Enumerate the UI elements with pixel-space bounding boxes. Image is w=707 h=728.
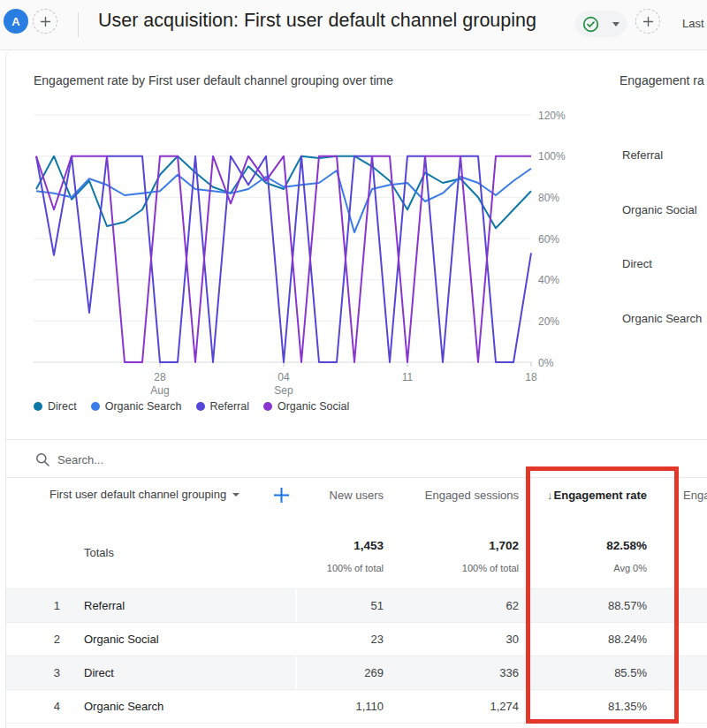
add-report-button[interactable] — [635, 9, 660, 34]
table-header-row: First user default channel grouping New … — [6, 478, 707, 519]
svg-text:Sep: Sep — [274, 384, 293, 397]
svg-text:Aug: Aug — [150, 384, 169, 397]
cell-engagement-rate: 81.35% — [519, 700, 647, 713]
table-bottom-border — [6, 723, 707, 724]
cell-engaged-sessions: 336 — [384, 666, 519, 679]
legend-dot — [263, 402, 272, 411]
totals-engaged-sessions: 1,702 — [384, 539, 519, 552]
svg-text:04: 04 — [277, 371, 290, 383]
avatar[interactable]: A — [4, 9, 28, 34]
row-index: 1 — [46, 599, 60, 612]
legend-label: Organic Social — [277, 400, 349, 413]
totals-row: Totals 1,453 100% of total 1,702 100% of… — [6, 519, 707, 588]
svg-text:60%: 60% — [538, 233, 559, 246]
totals-engaged-sessions-sub: 100% of total — [384, 563, 519, 573]
row-index: 4 — [46, 700, 60, 713]
plus-icon — [40, 16, 51, 27]
search-icon — [35, 452, 49, 466]
row-channel: Organic Social — [84, 633, 159, 646]
cell-engaged-sessions: 30 — [384, 633, 519, 646]
svg-text:80%: 80% — [538, 192, 559, 204]
legend-item: Organic Search — [91, 400, 182, 413]
totals-label: Totals — [84, 546, 114, 559]
row-channel: Referral — [84, 599, 125, 612]
totals-new-users: 1,453 — [295, 539, 384, 552]
bar-category-label: Organic Search — [622, 312, 702, 325]
totals-engagement-rate-sub: Avg 0% — [519, 563, 647, 573]
column-header-clipped[interactable]: Enga — [683, 489, 707, 502]
sort-descending-icon: ↓ — [547, 489, 553, 502]
row-index: 2 — [46, 633, 60, 646]
bar-category-label: Referral — [622, 148, 663, 162]
line-chart-title: Engagement rate by First user default ch… — [34, 73, 393, 87]
legend-item: Direct — [34, 400, 77, 413]
cell-engagement-rate: 88.24% — [519, 633, 647, 646]
analytics-report-page: A User acquisition: First user default c… — [0, 0, 707, 728]
table-row: 2 Organic Social 23 30 88.24% — [6, 622, 707, 656]
cell-new-users: 23 — [295, 633, 384, 646]
svg-text:20%: 20% — [538, 315, 559, 328]
legend-dot — [196, 402, 205, 411]
header-divider — [78, 12, 79, 37]
top-bar: A User acquisition: First user default c… — [0, 0, 707, 50]
legend-item: Organic Social — [263, 400, 349, 413]
bar-category-label: Direct — [622, 257, 652, 270]
plus-icon — [273, 487, 290, 504]
cell-engaged-sessions: 1,274 — [384, 700, 519, 713]
totals-engagement-rate: 82.58% — [519, 539, 647, 552]
date-range-selector[interactable]: Last — [682, 17, 704, 30]
svg-text:120%: 120% — [538, 110, 566, 122]
page-title: User acquisition: First user default cha… — [98, 10, 536, 32]
svg-text:28: 28 — [154, 371, 166, 383]
add-dimension-button[interactable] — [269, 482, 293, 507]
dimension-dropdown[interactable]: First user default channel grouping — [49, 488, 239, 501]
bar-category-label: Organic Social — [622, 203, 697, 216]
legend-item: Referral — [196, 400, 249, 413]
column-header-engaged-sessions[interactable]: Engaged sessions — [384, 489, 519, 502]
search-input[interactable] — [56, 448, 589, 471]
cell-new-users: 1,110 — [295, 700, 384, 713]
report-card: Engagement rate by First user default ch… — [5, 50, 707, 728]
legend-dot — [34, 402, 42, 411]
check-circle-icon — [582, 16, 599, 33]
cell-new-users: 269 — [295, 666, 384, 679]
row-index: 3 — [46, 666, 60, 679]
cell-engagement-rate: 88.57% — [519, 599, 647, 612]
report-status-dropdown[interactable] — [575, 11, 627, 37]
legend-label: Referral — [210, 400, 249, 413]
table-row: 1 Referral 51 62 88.57% — [6, 588, 707, 622]
column-header-new-users[interactable]: New users — [295, 489, 384, 502]
legend-label: Direct — [48, 400, 77, 413]
svg-text:11: 11 — [402, 371, 414, 383]
chevron-down-icon — [232, 493, 239, 497]
svg-text:40%: 40% — [538, 274, 559, 286]
column-header-engagement-rate[interactable]: ↓Engagement rate — [519, 489, 647, 502]
plus-icon — [642, 16, 654, 27]
engagement-rate-line-chart[interactable]: 120%100%80%60%40%20%0%28Aug04Sep1118 — [34, 104, 573, 405]
row-channel: Direct — [84, 666, 114, 679]
svg-text:100%: 100% — [538, 150, 566, 163]
chevron-down-icon — [612, 22, 620, 27]
cell-new-users: 51 — [295, 599, 384, 612]
bar-chart-title: Engagement ra — [620, 73, 707, 87]
add-comparison-button[interactable] — [33, 9, 57, 34]
row-channel: Organic Search — [84, 700, 163, 713]
table-row: 3 Direct 269 336 85.5% — [6, 656, 707, 689]
cell-engaged-sessions: 62 — [384, 599, 519, 612]
totals-new-users-sub: 100% of total — [295, 563, 384, 573]
table-search-row — [6, 440, 707, 478]
dimension-label: First user default channel grouping — [49, 488, 226, 501]
avatar-letter: A — [11, 15, 19, 28]
svg-text:0%: 0% — [538, 357, 554, 369]
svg-text:18: 18 — [525, 371, 537, 383]
cell-engagement-rate: 85.5% — [519, 666, 647, 679]
table-row: 4 Organic Search 1,110 1,274 81.35% — [6, 689, 707, 723]
legend-dot — [91, 402, 100, 411]
legend-label: Organic Search — [105, 400, 182, 413]
chart-legend: DirectOrganic SearchReferralOrganic Soci… — [34, 400, 349, 413]
